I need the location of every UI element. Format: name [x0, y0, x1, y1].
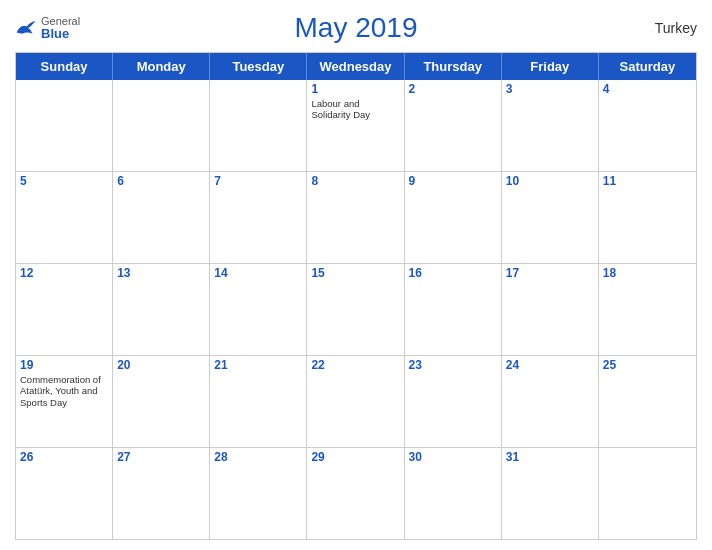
- calendar-cell: [210, 80, 307, 171]
- day-header-saturday: Saturday: [599, 53, 696, 80]
- cell-day-number: 28: [214, 450, 302, 464]
- cell-day-number: 14: [214, 266, 302, 280]
- logo-bird-icon: [15, 19, 37, 37]
- calendar-cell: [16, 80, 113, 171]
- cell-day-number: 23: [409, 358, 497, 372]
- cell-day-number: 29: [311, 450, 399, 464]
- cell-day-number: 30: [409, 450, 497, 464]
- calendar-cell: 20: [113, 356, 210, 447]
- calendar-cell: 5: [16, 172, 113, 263]
- calendar-week-3: 12131415161718: [16, 264, 696, 356]
- cell-day-number: 19: [20, 358, 108, 372]
- calendar-cell: 16: [405, 264, 502, 355]
- calendar-cell: 13: [113, 264, 210, 355]
- cell-day-number: 8: [311, 174, 399, 188]
- calendar-week-4: 19Commemoration of Atatürk, Youth and Sp…: [16, 356, 696, 448]
- calendar-title: May 2019: [295, 12, 418, 44]
- calendar-cell: 4: [599, 80, 696, 171]
- calendar-cell: 2: [405, 80, 502, 171]
- calendar-cell: 3: [502, 80, 599, 171]
- cell-day-number: 7: [214, 174, 302, 188]
- cell-day-number: 2: [409, 82, 497, 96]
- calendar-cell: 25: [599, 356, 696, 447]
- cell-day-number: 26: [20, 450, 108, 464]
- cell-day-number: 5: [20, 174, 108, 188]
- calendar-week-5: 262728293031: [16, 448, 696, 539]
- calendar-cell: 29: [307, 448, 404, 539]
- day-header-sunday: Sunday: [16, 53, 113, 80]
- country-label: Turkey: [655, 20, 697, 36]
- calendar-cell: 26: [16, 448, 113, 539]
- cell-day-number: 3: [506, 82, 594, 96]
- day-header-thursday: Thursday: [405, 53, 502, 80]
- cell-day-number: 22: [311, 358, 399, 372]
- calendar-cell: 31: [502, 448, 599, 539]
- calendar-cell: 18: [599, 264, 696, 355]
- calendar-cell: 30: [405, 448, 502, 539]
- cell-day-number: 12: [20, 266, 108, 280]
- logo-blue-text: Blue: [41, 27, 80, 41]
- calendar-cell: 22: [307, 356, 404, 447]
- day-header-wednesday: Wednesday: [307, 53, 404, 80]
- cell-day-number: 25: [603, 358, 692, 372]
- day-header-monday: Monday: [113, 53, 210, 80]
- calendar-cell: 21: [210, 356, 307, 447]
- calendar-cell: 24: [502, 356, 599, 447]
- cell-day-number: 4: [603, 82, 692, 96]
- calendar-cell: [599, 448, 696, 539]
- calendar-cell: 8: [307, 172, 404, 263]
- cell-day-number: 17: [506, 266, 594, 280]
- calendar-cell: 27: [113, 448, 210, 539]
- calendar-cell: 23: [405, 356, 502, 447]
- day-header-friday: Friday: [502, 53, 599, 80]
- cell-day-number: 13: [117, 266, 205, 280]
- cell-day-number: 20: [117, 358, 205, 372]
- cell-day-number: 11: [603, 174, 692, 188]
- page: General Blue May 2019 Turkey SundayMonda…: [0, 0, 712, 550]
- cell-day-number: 6: [117, 174, 205, 188]
- header: General Blue May 2019 Turkey: [15, 10, 697, 46]
- day-header-tuesday: Tuesday: [210, 53, 307, 80]
- cell-day-number: 1: [311, 82, 399, 96]
- calendar-cell: 11: [599, 172, 696, 263]
- logo: General Blue: [15, 15, 80, 41]
- calendar-cell: [113, 80, 210, 171]
- calendar-cell: 7: [210, 172, 307, 263]
- calendar-cell: 28: [210, 448, 307, 539]
- cell-day-number: 27: [117, 450, 205, 464]
- calendar-cell: 14: [210, 264, 307, 355]
- cell-day-number: 16: [409, 266, 497, 280]
- cell-day-number: 18: [603, 266, 692, 280]
- cell-day-number: 9: [409, 174, 497, 188]
- cell-day-number: 24: [506, 358, 594, 372]
- cell-day-number: 10: [506, 174, 594, 188]
- day-headers-row: SundayMondayTuesdayWednesdayThursdayFrid…: [16, 53, 696, 80]
- calendar-cell: 17: [502, 264, 599, 355]
- calendar-grid: 1Labour and Solidarity Day23456789101112…: [16, 80, 696, 539]
- calendar-cell: 1Labour and Solidarity Day: [307, 80, 404, 171]
- calendar-cell: 15: [307, 264, 404, 355]
- cell-event: Labour and Solidarity Day: [311, 98, 399, 121]
- cell-event: Commemoration of Atatürk, Youth and Spor…: [20, 374, 108, 408]
- cell-day-number: 31: [506, 450, 594, 464]
- calendar-cell: 12: [16, 264, 113, 355]
- calendar-week-1: 1Labour and Solidarity Day234: [16, 80, 696, 172]
- calendar-cell: 10: [502, 172, 599, 263]
- calendar-cell: 6: [113, 172, 210, 263]
- calendar-cell: 9: [405, 172, 502, 263]
- calendar-week-2: 567891011: [16, 172, 696, 264]
- cell-day-number: 15: [311, 266, 399, 280]
- calendar: SundayMondayTuesdayWednesdayThursdayFrid…: [15, 52, 697, 540]
- cell-day-number: 21: [214, 358, 302, 372]
- calendar-cell: 19Commemoration of Atatürk, Youth and Sp…: [16, 356, 113, 447]
